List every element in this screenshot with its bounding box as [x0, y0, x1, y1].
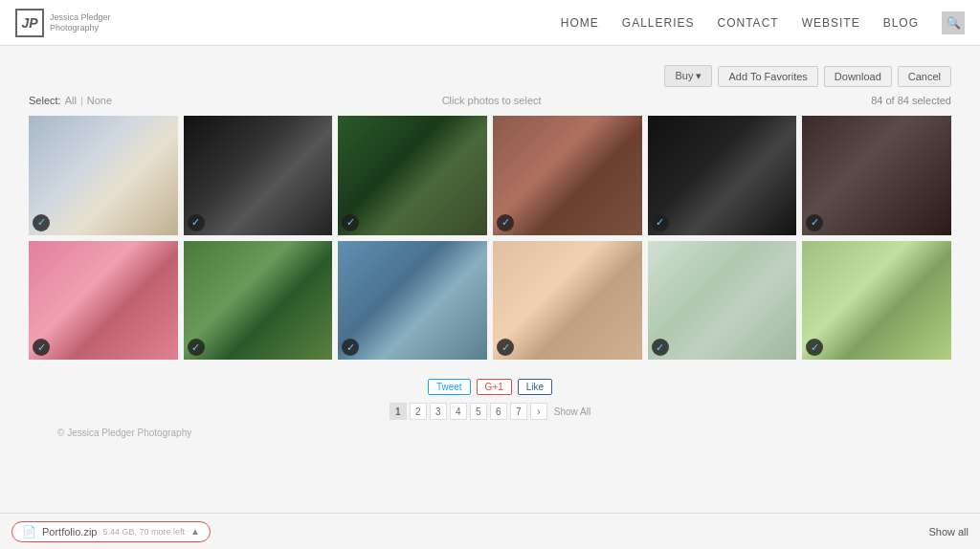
photo-thumb: [648, 241, 797, 361]
photo-item[interactable]: ✓: [493, 116, 642, 235]
download-button[interactable]: Download: [824, 66, 892, 87]
photo-thumb: [29, 116, 178, 235]
page-2[interactable]: 2: [410, 403, 427, 420]
photo-item[interactable]: ✓: [802, 241, 951, 361]
photo-item[interactable]: ✓: [802, 116, 951, 235]
logo-subtext: Jessica PledgerPhotography: [50, 12, 111, 33]
select-controls: Select: All | None: [29, 95, 112, 106]
photo-item[interactable]: ✓: [338, 116, 487, 235]
logo-icon: JP: [15, 9, 44, 37]
main-content: Buy ▾ Add To Favorites Download Cancel S…: [0, 46, 980, 511]
photo-item[interactable]: ✓: [184, 241, 333, 361]
click-hint: Click photos to select: [442, 95, 542, 106]
check-badge: ✓: [652, 339, 669, 356]
check-badge: ✓: [188, 339, 205, 356]
page-5[interactable]: 5: [470, 403, 487, 420]
gplus-button[interactable]: G+1: [477, 379, 512, 395]
check-badge: ✓: [652, 214, 669, 231]
photo-thumb: [802, 241, 951, 361]
check-badge: ✓: [342, 214, 359, 231]
check-badge: ✓: [33, 214, 50, 231]
photo-item[interactable]: ✓: [493, 241, 642, 361]
check-badge: ✓: [497, 339, 514, 356]
add-favorites-button[interactable]: Add To Favorites: [718, 66, 817, 87]
photo-item[interactable]: ✓: [29, 241, 178, 361]
page-1[interactable]: 1: [390, 403, 407, 420]
buy-button[interactable]: Buy ▾: [664, 65, 712, 87]
pagination: 1 2 3 4 5 6 7 › Show All: [390, 403, 590, 420]
photo-thumb: [493, 241, 642, 361]
main-nav: HOME GALLERIES CONTACT WEBSITE BLOG 🔍: [561, 11, 965, 34]
check-badge: ✓: [33, 339, 50, 356]
nav-blog[interactable]: BLOG: [883, 16, 919, 30]
select-all-link[interactable]: All: [65, 95, 77, 106]
page-3[interactable]: 3: [430, 403, 447, 420]
photo-item[interactable]: ✓: [648, 116, 797, 235]
page-next[interactable]: ›: [530, 403, 547, 420]
bottom-bar: Tweet G+1 Like 1 2 3 4 5 6 7 › Show All: [29, 379, 951, 420]
header: JP Jessica PledgerPhotography HOME GALLE…: [0, 0, 980, 46]
logo-letters: JP: [21, 15, 37, 31]
photo-item[interactable]: ✓: [338, 241, 487, 361]
copyright: © Jessica Pledger Photography: [57, 428, 191, 438]
check-badge: ✓: [806, 214, 823, 231]
logo: JP Jessica PledgerPhotography: [15, 9, 111, 37]
photo-thumb: [802, 116, 951, 235]
selection-count: 84 of 84 selected: [871, 95, 951, 106]
photo-thumb: [338, 241, 487, 361]
photo-thumb: [648, 116, 797, 235]
select-label: Select:: [29, 95, 61, 106]
social-row: Tweet G+1 Like: [428, 379, 552, 395]
nav-contact[interactable]: CONTACT: [718, 16, 779, 30]
cancel-button[interactable]: Cancel: [898, 66, 951, 87]
page-4[interactable]: 4: [450, 403, 467, 420]
nav-website[interactable]: WEBSITE: [802, 16, 860, 30]
select-none-link[interactable]: None: [87, 95, 112, 106]
photo-thumb: [29, 241, 178, 361]
photo-item[interactable]: ✓: [648, 241, 797, 361]
photo-item[interactable]: ✓: [29, 116, 178, 235]
check-badge: ✓: [497, 214, 514, 231]
nav-home[interactable]: HOME: [561, 16, 599, 30]
like-button[interactable]: Like: [518, 379, 552, 395]
photo-thumb: [184, 116, 333, 235]
photo-toolbar: Buy ▾ Add To Favorites Download Cancel: [29, 65, 951, 87]
photo-thumb: [338, 116, 487, 235]
tweet-button[interactable]: Tweet: [428, 379, 471, 395]
separator: |: [80, 95, 83, 106]
check-badge: ✓: [188, 214, 205, 231]
search-button[interactable]: 🔍: [942, 11, 965, 34]
nav-galleries[interactable]: GALLERIES: [622, 16, 695, 30]
photo-grid: ✓ ✓ ✓ ✓ ✓ ✓ ✓ ✓: [29, 116, 951, 360]
footer: © Jessica Pledger Photography: [29, 420, 951, 446]
photo-item[interactable]: ✓: [184, 116, 333, 235]
page-7[interactable]: 7: [510, 403, 527, 420]
photo-thumb: [184, 241, 333, 361]
page-6[interactable]: 6: [490, 403, 507, 420]
selection-bar: Select: All | None Click photos to selec…: [29, 95, 951, 106]
show-all-link[interactable]: Show All: [554, 406, 590, 417]
photo-thumb: [493, 116, 642, 235]
